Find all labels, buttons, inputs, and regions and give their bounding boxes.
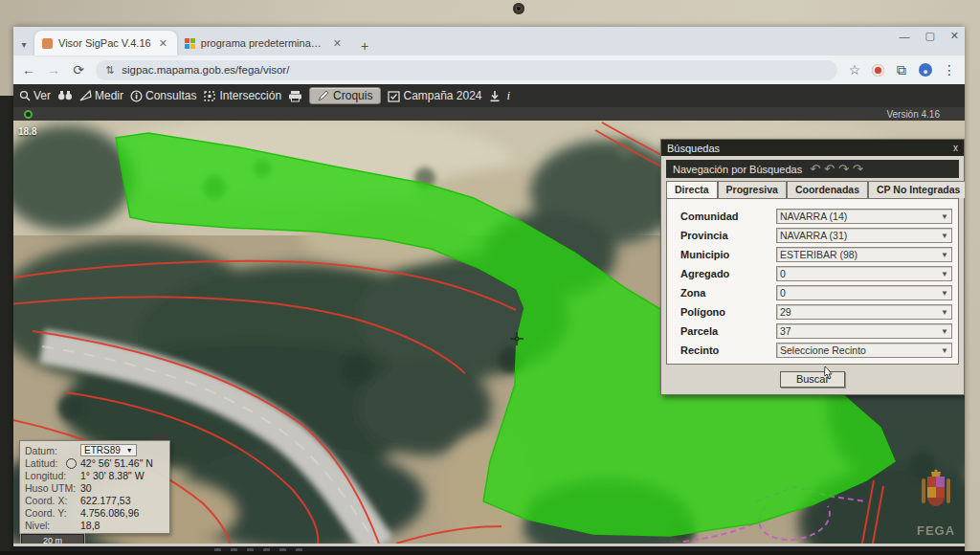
nivel-value: 18,8 (80, 520, 100, 531)
webcam-lens (517, 7, 521, 11)
chevron-down-icon: ▼ (941, 212, 948, 221)
municipio-select[interactable]: ESTERIBAR (98)▼ (776, 247, 952, 262)
field-label-parcela: Parcela (673, 325, 776, 337)
campana-tool[interactable]: Campaña 2024 (388, 89, 481, 102)
bottom-bezel (0, 551, 980, 555)
tab-programa-predeterminado[interactable]: programa predeterminado pa ✕ (177, 31, 351, 56)
fega-logo: FEGA (909, 469, 963, 538)
ver-tool[interactable]: Ver (19, 89, 51, 102)
forward-icon[interactable]: → (46, 62, 61, 78)
busquedas-panel: Búsquedas x Navegación por Búsquedas ↶↶↷… (660, 139, 965, 395)
tab-progresiva[interactable]: Progresiva (718, 181, 787, 198)
agregado-select[interactable]: 0▼ (776, 266, 952, 281)
new-tab-button[interactable]: + (355, 36, 374, 56)
field-label-municipio: Municipio (673, 249, 776, 260)
busquedas-tabs: Directa Progresiva Coordenadas CP No Int… (666, 181, 959, 198)
parcela-select[interactable]: 37▼ (776, 323, 952, 339)
nav-busquedas-band: Navegación por Búsquedas ↶↶↷↷ (666, 160, 959, 178)
tab-coordenadas[interactable]: Coordenadas (787, 181, 868, 198)
tab-visor-sigpac[interactable]: Visor SigPac V.4.16 ✕ (34, 31, 177, 56)
tab-directa[interactable]: Directa (666, 181, 718, 198)
coordy-value: 4.756.086,96 (80, 507, 139, 519)
info-italic-icon[interactable]: i (507, 88, 511, 103)
sigpac-favicon (42, 38, 53, 49)
chevron-down-icon: ▼ (941, 232, 948, 240)
interseccion-tool[interactable]: Intersección (203, 89, 281, 102)
browser-window: ▾ Visor SigPac V.4.16 ✕ programa predete… (13, 27, 965, 553)
coordx-label: Coord. X: (25, 495, 80, 506)
window-minimize-button[interactable]: — (899, 31, 909, 42)
tab-strip: ▾ Visor SigPac V.4.16 ✕ programa predete… (13, 27, 965, 56)
field-label-zona: Zona (673, 287, 776, 299)
datum-select[interactable]: ETRS89▼ (80, 444, 137, 456)
download-icon[interactable] (489, 90, 501, 102)
bookmark-star-icon[interactable]: ☆ (847, 62, 862, 78)
profile-avatar[interactable]: ● (919, 63, 932, 77)
window-close-button[interactable]: ✕ (950, 30, 959, 42)
fega-label: FEGA (909, 523, 963, 538)
tab-title: Visor SigPac V.4.16 (58, 37, 151, 49)
poligono-select[interactable]: 29▼ (776, 304, 952, 320)
history-arrows-icon[interactable]: ↶↶↷↷ (810, 162, 867, 176)
huso-label: Huso UTM: (25, 482, 80, 494)
panel-minimize-handle[interactable] (150, 434, 167, 440)
screen-edge (0, 96, 13, 555)
browser-navbar: ← → ⟳ ⇅ sigpac.mapama.gob.es/fega/visor/… (13, 56, 965, 84)
consultas-tool[interactable]: Consultas (130, 89, 196, 102)
map-viewport[interactable]: 18.8 Búsquedas x Navegación por Búsqueda… (13, 121, 965, 544)
back-icon[interactable]: ← (21, 62, 36, 78)
medir-tool[interactable]: Medir (79, 89, 123, 102)
menu-kebab-icon[interactable]: ⋮ (942, 62, 957, 78)
coordx-value: 622.177,53 (80, 495, 131, 506)
comunidad-select[interactable]: NAVARRA (14)▼ (776, 209, 952, 224)
field-label-provincia: Provincia (673, 230, 776, 241)
checkbox-calendar-icon (388, 90, 400, 102)
info-circle-icon (130, 90, 143, 102)
zona-select[interactable]: 0▼ (776, 285, 952, 300)
longitud-value: 1° 30' 8.38" W (80, 470, 145, 481)
microsoft-favicon (185, 38, 195, 49)
zoom-level-label: 18.8 (18, 126, 36, 137)
tab-close-icon[interactable]: ✕ (157, 37, 169, 50)
huso-value: 30 (80, 482, 92, 494)
extension-red-icon[interactable] (872, 64, 884, 77)
tab-close-icon[interactable]: ✕ (331, 37, 344, 50)
provincia-select[interactable]: NAVARRA (31)▼ (776, 228, 952, 243)
chevron-down-icon: ▼ (941, 308, 948, 317)
tab-search-chevron-icon[interactable]: ▾ (13, 33, 34, 56)
magnifier-icon (19, 90, 31, 101)
extensions-icon[interactable]: ⧉ (894, 62, 909, 78)
tab-cp-no-integradas[interactable]: CP No Integradas (868, 181, 965, 198)
site-settings-icon[interactable]: ⇅ (105, 64, 114, 77)
status-bar: Versión 4.16 (13, 107, 965, 121)
version-label: Versión 4.16 (886, 109, 940, 120)
scale-label: 20 m (43, 536, 62, 544)
chevron-down-icon: ▼ (941, 346, 948, 355)
latitud-value: 42° 56' 51.46" N (80, 457, 153, 469)
address-bar[interactable]: ⇅ sigpac.mapama.gob.es/fega/visor/ (96, 60, 837, 80)
coordy-label: Coord. Y: (25, 507, 80, 519)
nivel-label: Nivel: (25, 520, 80, 531)
window-maximize-button[interactable]: ▢ (924, 30, 934, 42)
intersection-icon (203, 90, 216, 102)
printer-icon[interactable] (288, 90, 302, 102)
recinto-select[interactable]: Seleccione Recinto▼ (776, 343, 952, 358)
coordinates-panel: Datum: ETRS89▼ Latitud: 42° 56' 51.46" N… (19, 440, 170, 534)
sigpac-toolbar: Ver Medir Consultas Intersección Croquis… (13, 84, 965, 107)
datum-label: Datum: (25, 445, 80, 456)
reload-icon[interactable]: ⟳ (71, 62, 86, 78)
field-label-poligono: Polígono (673, 306, 776, 318)
status-dot-icon (24, 110, 33, 119)
panel-close-icon[interactable]: x (953, 143, 958, 153)
buscar-button[interactable]: Buscar (780, 371, 845, 388)
mouse-cursor (821, 366, 835, 383)
chevron-down-icon: ▼ (941, 270, 948, 278)
spain-coat-of-arms-icon (918, 469, 954, 519)
nav-busquedas-label: Navegación por Búsquedas (673, 164, 802, 175)
url-text: sigpac.mapama.gob.es/fega/visor/ (122, 64, 289, 76)
binoculars-icon[interactable] (57, 90, 73, 101)
croquis-button[interactable]: Croquis (309, 87, 381, 104)
ruler-icon (79, 90, 92, 101)
busquedas-titlebar[interactable]: Búsquedas x (661, 140, 964, 156)
field-label-comunidad: Comunidad (673, 211, 776, 222)
